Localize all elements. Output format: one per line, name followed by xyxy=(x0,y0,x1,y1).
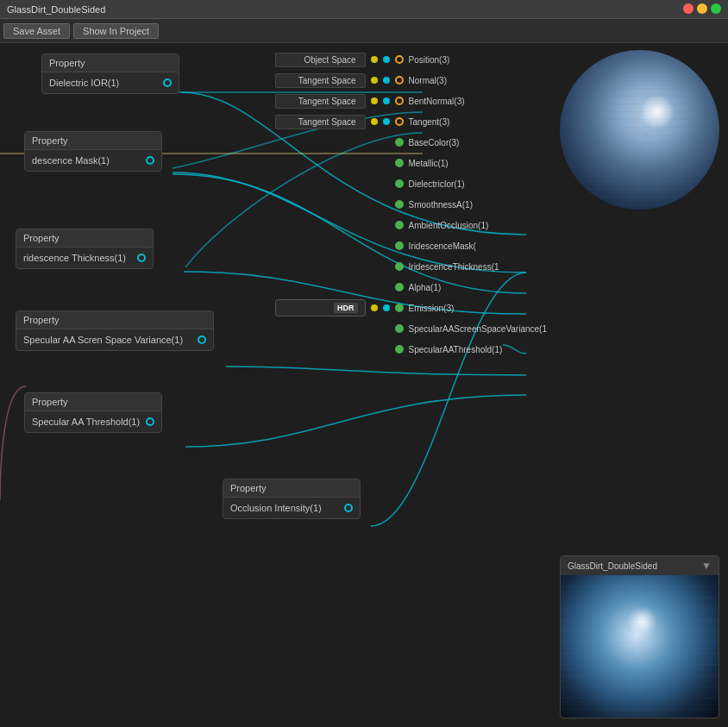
bottom-preview-title: GlassDirt_DoubleSided xyxy=(568,561,657,571)
node-specular-threshold-body: Specular AA Threshold(1) xyxy=(25,411,161,432)
hdr-node[interactable]: HDR xyxy=(275,299,366,316)
shader-row-smoothness: SmoothnessA(1) xyxy=(275,195,547,214)
shader-label-smoothness: SmoothnessA(1) xyxy=(409,200,473,210)
title-bar: GlassDirt_DoubleSided xyxy=(0,0,728,19)
shader-port-basecolor[interactable] xyxy=(395,138,404,147)
shader-dot-cyan-3 xyxy=(383,118,390,125)
node-mask-header: Property xyxy=(25,132,161,150)
shader-dot-yellow-hdr xyxy=(371,304,378,311)
shader-port-metallic[interactable] xyxy=(395,159,404,167)
shader-row-metallic: Metallic(1) xyxy=(275,154,547,172)
shader-label-emission: Emission(3) xyxy=(409,304,455,313)
shader-dot-cyan-1 xyxy=(383,77,390,84)
node-thickness[interactable]: Property ridescence Thickness(1) xyxy=(16,229,154,269)
node-specular-variance-port[interactable] xyxy=(198,335,206,344)
shader-row-ao: AmbientOcclusion(1) xyxy=(275,216,547,235)
node-specular-variance-label: Specular AA Scren Space Variance(1) xyxy=(23,335,183,345)
shader-row-basecolor: BaseColor(3) xyxy=(275,133,547,152)
shader-port-smoothness[interactable] xyxy=(395,200,404,209)
shader-dot-yellow-0 xyxy=(371,56,378,63)
shader-row-specvar: SpecularAAScreenSpaceVariance(1 xyxy=(275,319,547,338)
shader-port-dielectricior[interactable] xyxy=(395,179,404,188)
show-in-project-button[interactable]: Show In Project xyxy=(73,23,159,39)
title-bar-title: GlassDirt_DoubleSided xyxy=(7,4,105,15)
node-dielectric-ior-body: Dielectric IOR(1) xyxy=(42,72,179,93)
node-dielectric-ior-port[interactable] xyxy=(163,78,172,87)
node-specular-threshold[interactable]: Property Specular AA Threshold(1) xyxy=(24,392,162,433)
shader-row-dielectricior: DielectricIor(1) xyxy=(275,174,547,193)
shader-input-tangent-3[interactable]: Tangent Space xyxy=(275,115,366,129)
shader-dot-cyan-hdr xyxy=(383,304,390,311)
shader-label-iridthick: IridescenceThickness(1 xyxy=(409,262,499,272)
shader-input-tangent-2[interactable]: Tangent Space xyxy=(275,94,366,109)
hdr-label: HDR xyxy=(334,303,358,313)
shader-input-tangent-1[interactable]: Tangent Space xyxy=(275,73,366,88)
node-specular-variance-header: Property xyxy=(16,311,213,329)
shader-port-iridthick[interactable] xyxy=(395,262,404,271)
node-specular-variance-body: Specular AA Scren Space Variance(1) xyxy=(16,329,213,350)
shader-row-iridthick: IridescenceThickness(1 xyxy=(275,257,547,276)
node-thickness-body: ridescence Thickness(1) xyxy=(16,248,153,268)
preview-sphere-bottom: · × × xyxy=(561,575,719,718)
shader-label-alpha: Alpha(1) xyxy=(409,283,442,292)
svg-text:× · × × ·: × · × × · xyxy=(607,141,640,148)
shader-port-normal[interactable] xyxy=(395,76,404,85)
shader-row-specthresh: SpecularAAThreshold(1) xyxy=(275,340,547,359)
shader-row-emission: HDR Emission(3) xyxy=(275,298,547,317)
shader-row-normal: Tangent Space Normal(3) xyxy=(275,71,547,90)
maximize-button[interactable] xyxy=(711,3,721,14)
node-specular-threshold-header: Property xyxy=(25,393,161,411)
minimize-button[interactable] xyxy=(697,3,707,14)
node-specular-threshold-port[interactable] xyxy=(146,417,154,426)
shader-label-normal: Normal(3) xyxy=(409,76,447,85)
save-asset-button[interactable]: Save Asset xyxy=(3,23,70,39)
shader-dot-yellow-2 xyxy=(371,97,378,104)
svg-text:· × · × ×: · × · × × xyxy=(616,152,649,159)
node-occlusion-body: Occlusion Intensity(1) xyxy=(223,498,360,518)
close-button[interactable] xyxy=(683,3,693,14)
shader-port-iridmask[interactable] xyxy=(395,241,404,250)
shader-label-ao: AmbientOcclusion(1) xyxy=(409,221,489,230)
shader-label-tangent: Tangent(3) xyxy=(409,117,450,127)
shader-label-iridmask: IridescenceMask( xyxy=(409,241,476,251)
shader-label-basecolor: BaseColor(3) xyxy=(409,138,460,147)
bottom-preview: GlassDirt_DoubleSided ▼ · × × xyxy=(560,555,719,718)
shader-port-specvar[interactable] xyxy=(395,324,404,333)
shader-row-iridmask: IridescenceMask( xyxy=(275,236,547,255)
shader-dot-cyan-2 xyxy=(383,97,390,104)
node-thickness-header: Property xyxy=(16,229,153,248)
node-occlusion-port[interactable] xyxy=(344,504,353,512)
shader-input-object-space[interactable]: Object Space xyxy=(275,53,366,67)
chevron-down-icon[interactable]: ▼ xyxy=(701,560,712,572)
shader-port-ao[interactable] xyxy=(395,221,404,229)
shader-port-position[interactable] xyxy=(395,55,404,64)
node-occlusion[interactable]: Property Occlusion Intensity(1) xyxy=(223,479,361,519)
shader-port-bentnormal[interactable] xyxy=(395,97,404,105)
shader-label-specthresh: SpecularAAThreshold(1) xyxy=(409,345,503,354)
shader-port-emission[interactable] xyxy=(395,304,404,312)
node-mask-label: descence Mask(1) xyxy=(32,155,110,166)
shader-label-specvar: SpecularAAScreenSpaceVariance(1 xyxy=(409,324,547,334)
shader-row-bentnormal: Tangent Space BentNormal(3) xyxy=(275,91,547,110)
node-mask[interactable]: Property descence Mask(1) xyxy=(24,131,162,172)
svg-text:· × × · ×: · × × · × xyxy=(612,130,650,138)
shader-row-position: Object Space Position(3) xyxy=(275,50,547,69)
shader-port-alpha[interactable] xyxy=(395,283,404,291)
shader-dot-yellow-3 xyxy=(371,118,378,125)
shader-row-tangent: Tangent Space Tangent(3) xyxy=(275,112,547,131)
shader-dot-yellow-1 xyxy=(371,77,378,84)
bottom-preview-header: GlassDirt_DoubleSided ▼ xyxy=(561,556,719,575)
shader-label-bentnormal: BentNormal(3) xyxy=(409,97,465,106)
shader-port-specthresh[interactable] xyxy=(395,345,404,354)
node-specular-variance[interactable]: Property Specular AA Scren Space Varianc… xyxy=(16,310,214,351)
node-mask-port[interactable] xyxy=(146,156,154,165)
shader-label-dielectricior: DielectricIor(1) xyxy=(409,179,465,189)
node-dielectric-ior[interactable]: Property Dielectric IOR(1) xyxy=(41,53,179,94)
canvas-area: Property Dielectric IOR(1) Property desc… xyxy=(0,43,728,727)
toolbar: Save Asset Show In Project xyxy=(0,19,728,43)
preview-area: · × × · × × · × × · · × · × × xyxy=(560,50,719,210)
node-thickness-port[interactable] xyxy=(137,254,146,262)
node-occlusion-header: Property xyxy=(223,479,360,498)
node-mask-body: descence Mask(1) xyxy=(25,150,161,171)
shader-port-tangent[interactable] xyxy=(395,117,404,126)
